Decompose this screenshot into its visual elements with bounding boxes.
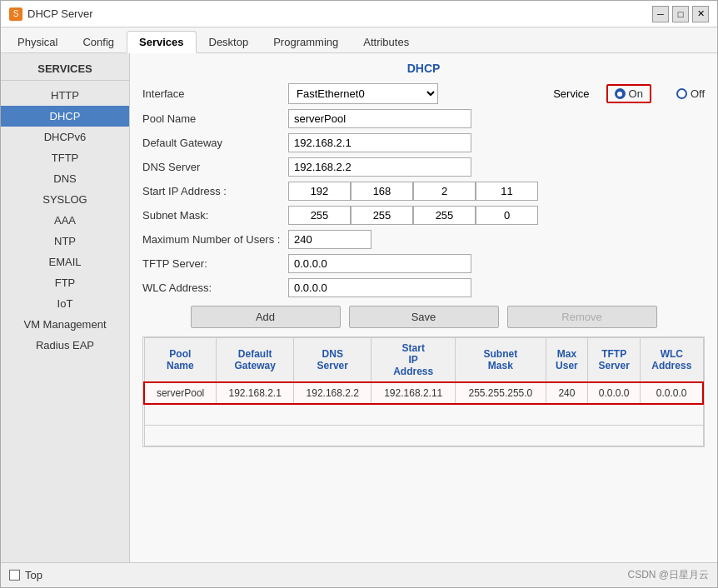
max-users-label: Maximum Number of Users : (142, 233, 288, 246)
sidebar-item-radius[interactable]: Radius EAP (1, 335, 129, 356)
interface-control: FastEthernet0 (288, 83, 541, 104)
window: S DHCP Server ─ □ ✕ Physical Config Serv… (0, 0, 718, 588)
top-label: Top (25, 569, 42, 581)
cell-wlc-address: 0.0.0.0 (641, 382, 703, 404)
pool-table: PoolName DefaultGateway DNSServer StartI… (143, 337, 704, 446)
sidebar-item-aaa[interactable]: AAA (1, 210, 129, 231)
tab-physical[interactable]: Physical (5, 31, 70, 52)
minimize-button[interactable]: ─ (652, 6, 669, 22)
pool-table-container: PoolName DefaultGateway DNSServer StartI… (142, 336, 705, 447)
sidebar-item-dhcpv6[interactable]: DHCPv6 (1, 127, 129, 147)
cell-max-user: 240 (546, 382, 588, 404)
wlc-control (288, 278, 705, 297)
title-bar: S DHCP Server ─ □ ✕ (1, 1, 717, 27)
max-users-control (288, 230, 705, 249)
service-on-radio[interactable] (615, 88, 626, 99)
bottom-left: Top (9, 569, 42, 581)
max-users-input[interactable] (288, 230, 371, 249)
tab-programming[interactable]: Programming (261, 31, 351, 52)
tftp-label: TFTP Server: (142, 257, 288, 270)
gateway-input[interactable] (288, 133, 471, 152)
gateway-row: Default Gateway (142, 133, 705, 152)
table-row[interactable]: serverPool 192.168.2.1 192.168.2.2 192.1… (144, 382, 703, 404)
button-row: Add Save Remove (142, 306, 705, 328)
subnet-seg3[interactable] (413, 206, 476, 225)
interface-row: Interface FastEthernet0 Service On (142, 83, 705, 104)
subnet-seg4[interactable] (476, 206, 538, 225)
sidebar-item-vm[interactable]: VM Management (1, 314, 129, 335)
start-ip-seg4[interactable] (476, 182, 538, 201)
col-wlc-address: WLCAddress (641, 338, 703, 383)
start-ip-seg1[interactable] (288, 182, 351, 201)
subnet-seg1[interactable] (288, 206, 351, 225)
col-tftp-server: TFTPServer (588, 338, 641, 383)
sidebar-item-ftp[interactable]: FTP (1, 272, 129, 293)
tabs-bar: Physical Config Services Desktop Program… (1, 27, 717, 53)
subnet-control (288, 206, 705, 225)
col-pool-name: PoolName (144, 338, 217, 383)
pool-name-control (288, 109, 705, 128)
tab-attributes[interactable]: Attributes (351, 31, 421, 52)
wlc-input[interactable] (288, 278, 471, 297)
cell-start-ip: 192.168.2.11 (371, 382, 456, 404)
gateway-control (288, 133, 705, 152)
col-max-user: MaxUser (546, 338, 588, 383)
start-ip-control (288, 182, 705, 201)
remove-button[interactable]: Remove (507, 306, 657, 328)
service-off-group: Off (676, 87, 705, 100)
interface-select[interactable]: FastEthernet0 (288, 83, 438, 104)
col-dns-server: DNSServer (294, 338, 371, 383)
table-row-empty2 (144, 425, 703, 446)
col-subnet-mask: SubnetMask (456, 338, 546, 383)
tab-services[interactable]: Services (127, 31, 197, 53)
cell-pool-name: serverPool (144, 382, 217, 404)
main-panel: DHCP Interface FastEthernet0 Service On (130, 53, 717, 562)
wlc-row: WLC Address: (142, 278, 705, 297)
pool-name-label: Pool Name (142, 112, 288, 125)
save-button[interactable]: Save (349, 306, 499, 328)
col-default-gateway: DefaultGateway (217, 338, 294, 383)
subnet-seg2[interactable] (351, 206, 413, 225)
tab-config[interactable]: Config (70, 31, 127, 52)
cell-dns-server: 192.168.2.2 (294, 382, 371, 404)
cell-default-gateway: 192.168.2.1 (217, 382, 294, 404)
sidebar-item-dns[interactable]: DNS (1, 168, 129, 189)
bottom-bar: Top CSDN @日星月云 (1, 562, 717, 587)
sidebar-item-dhcp[interactable]: DHCP (1, 106, 129, 127)
service-on-box: On (606, 84, 651, 103)
dns-row: DNS Server (142, 157, 705, 177)
sidebar-item-email[interactable]: EMAIL (1, 252, 129, 272)
service-off-label: Off (691, 87, 705, 100)
wlc-label: WLC Address: (142, 282, 288, 294)
service-off-radio[interactable] (676, 88, 687, 99)
sidebar-item-tftp[interactable]: TFTP (1, 147, 129, 168)
section-title: DHCP (142, 62, 705, 75)
tftp-input[interactable] (288, 254, 471, 273)
pool-name-row: Pool Name (142, 109, 705, 128)
app-icon: S (9, 7, 22, 21)
pool-name-input[interactable] (288, 109, 471, 128)
tab-desktop[interactable]: Desktop (197, 31, 262, 52)
maximize-button[interactable]: □ (672, 6, 689, 22)
start-ip-seg3[interactable] (413, 182, 476, 201)
gateway-label: Default Gateway (142, 137, 288, 149)
top-checkbox[interactable] (9, 570, 20, 581)
dns-input[interactable] (288, 157, 471, 177)
tftp-control (288, 254, 705, 273)
subnet-label: Subnet Mask: (142, 209, 288, 222)
start-ip-seg2[interactable] (351, 182, 413, 201)
sidebar-title: SERVICES (1, 57, 129, 81)
cell-subnet-mask: 255.255.255.0 (456, 382, 546, 404)
service-toggle: Service On Off (553, 84, 705, 103)
sidebar-item-http[interactable]: HTTP (1, 85, 129, 106)
add-button[interactable]: Add (191, 306, 341, 328)
sidebar: SERVICES HTTP DHCP DHCPv6 TFTP DNS SYSLO… (1, 53, 130, 562)
sidebar-item-syslog[interactable]: SYSLOG (1, 189, 129, 210)
cell-tftp-server: 0.0.0.0 (588, 382, 641, 404)
close-button[interactable]: ✕ (692, 6, 709, 22)
window-title: DHCP Server (27, 7, 93, 20)
sidebar-item-iot[interactable]: IoT (1, 293, 129, 314)
interface-label: Interface (142, 87, 288, 100)
table-row-empty1 (144, 404, 703, 425)
sidebar-item-ntp[interactable]: NTP (1, 231, 129, 252)
